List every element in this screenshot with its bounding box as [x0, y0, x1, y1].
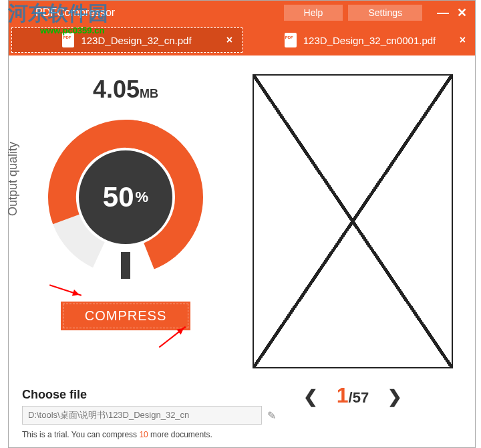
quality-value: 50 [103, 181, 134, 213]
output-path-field[interactable]: D:\tools\桌面\说明书\123D_Design_32_cn [22, 406, 262, 425]
prev-page-button[interactable]: ❮ [303, 386, 318, 407]
app-title: PDFCompressor [9, 7, 284, 19]
footer: Choose file D:\tools\桌面\说明书\123D_Design_… [22, 388, 276, 439]
page-preview [253, 74, 453, 368]
quality-gauge[interactable]: 50% [39, 110, 212, 284]
quality-knob[interactable]: 50% [79, 150, 172, 244]
watermark-url: www.pc0359.cn [40, 25, 104, 35]
titlebar: PDFCompressor Help Settings — ✕ [9, 1, 475, 25]
app-window: PDFCompressor Help Settings — ✕ 123D_Des… [8, 0, 476, 448]
left-panel: Output quality 4.05MB 50% COMPRESS [9, 55, 243, 409]
gauge-handle[interactable] [121, 252, 130, 279]
tab-close-icon[interactable]: × [460, 34, 466, 46]
pdf-icon [285, 33, 297, 47]
page-total: 57 [353, 389, 369, 406]
page-current: 1 [337, 383, 349, 407]
tab-label: 123D_Design_32_cn0001.pdf [303, 35, 436, 46]
next-page-button[interactable]: ❯ [387, 386, 402, 407]
file-size: 4.05MB [9, 76, 243, 104]
edit-path-icon[interactable]: ✎ [267, 409, 276, 422]
right-panel: ❮ 1/57 ❯ [243, 55, 475, 409]
choose-file-label: Choose file [22, 388, 276, 402]
annotation-arrow [49, 284, 82, 296]
settings-button[interactable]: Settings [348, 5, 422, 21]
compress-button[interactable]: COMPRESS [61, 302, 190, 330]
help-button[interactable]: Help [284, 5, 343, 21]
minimize-button[interactable]: — [437, 6, 449, 20]
quality-axis-label: Output quality [6, 142, 20, 216]
tab-label: 123D_Design_32_cn.pdf [81, 35, 191, 46]
trial-notice: This is a trial. You can compress 10 mor… [22, 430, 276, 439]
close-button[interactable]: ✕ [457, 5, 467, 20]
pager: ❮ 1/57 ❯ [249, 383, 456, 408]
tab-close-icon[interactable]: × [226, 34, 232, 46]
file-tab[interactable]: 123D_Design_32_cn0001.pdf × [245, 25, 475, 55]
